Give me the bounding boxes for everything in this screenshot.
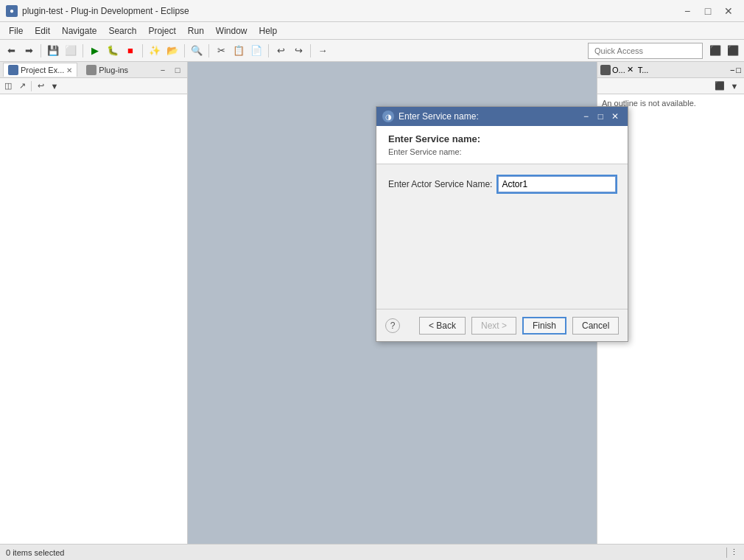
outline-icon (600, 65, 611, 75)
toolbar-sep-7 (310, 44, 311, 57)
dialog-body: Enter Actor Service Name: (376, 164, 628, 309)
app-icon: ● (6, 5, 18, 17)
back-panel-btn[interactable]: ↩ (34, 80, 47, 93)
menu-run[interactable]: Run (182, 24, 210, 38)
view-menu-btn[interactable]: ▼ (48, 80, 61, 93)
menu-project[interactable]: Project (142, 24, 181, 38)
center-area: ◑ Enter Service name: − □ ✕ Enter Servic… (188, 62, 597, 544)
outline-maximize-btn[interactable]: □ (736, 66, 741, 74)
left-panel-minimize-btn[interactable]: − (156, 63, 169, 77)
dialog-field-label: Enter Actor Service Name: (388, 179, 492, 189)
toolbar-sep-6 (268, 44, 269, 57)
dialog-close-btn[interactable]: ✕ (608, 110, 622, 123)
toolbar-sep-4 (184, 44, 185, 57)
outline-minimize-btn[interactable]: − (730, 66, 734, 74)
status-sep (726, 547, 727, 558)
left-panel-header: Project Ex... ✕ Plug-ins − □ (0, 62, 187, 78)
menu-window[interactable]: Window (210, 24, 253, 38)
left-panel: Project Ex... ✕ Plug-ins − □ ◫ ↗ ↩ ▼ (0, 62, 188, 544)
minimize-button[interactable]: − (678, 3, 697, 19)
plugins-icon (86, 65, 96, 75)
finish-button[interactable]: Finish (522, 317, 566, 335)
outline-toolbar-btn[interactable]: ⬛ (713, 80, 726, 93)
dialog-header-subtitle: Enter Service name: (388, 147, 616, 156)
dialog-minimize-btn[interactable]: − (579, 110, 592, 123)
toolbar-next-btn[interactable]: → (315, 43, 331, 59)
tab-project-explorer[interactable]: Project Ex... ✕ (3, 63, 77, 77)
status-indicator: ⋮ (730, 547, 738, 557)
dialog: ◑ Enter Service name: − □ ✕ Enter Servic… (376, 106, 628, 342)
menu-help[interactable]: Help (253, 24, 284, 38)
main-layout: Project Ex... ✕ Plug-ins − □ ◫ ↗ ↩ ▼ (0, 62, 744, 544)
dialog-title: Enter Service name: (399, 111, 575, 122)
tab-plugins[interactable]: Plug-ins (82, 63, 133, 77)
toolbar-search-btn[interactable]: 🔍 (189, 43, 205, 59)
toolbar-sep-2 (83, 44, 83, 57)
toolbar-print-btn[interactable]: ⬜ (63, 43, 79, 59)
toolbar-forward-btn[interactable]: ➡ (21, 43, 37, 59)
dialog-icon: ◑ (382, 111, 394, 122)
toolbar-sep-1 (41, 44, 41, 57)
dialog-field: Enter Actor Service Name: (388, 176, 616, 192)
toolbar-perspective-btn[interactable]: ⬛ (707, 43, 723, 59)
menu-navigate[interactable]: Navigate (56, 24, 102, 38)
toolbar-perspective2-btn[interactable]: ⬛ (725, 43, 741, 59)
back-button[interactable]: < Back (419, 317, 466, 335)
dialog-title-bar: ◑ Enter Service name: − □ ✕ (376, 107, 628, 126)
title-bar: ● plugin-test - Plug-in Development - Ec… (0, 0, 744, 22)
toolbar-new-btn[interactable]: ✨ (147, 43, 163, 59)
menu-search[interactable]: Search (102, 24, 142, 38)
toolbar-sep-5 (208, 44, 209, 57)
status-bar: 0 items selected ⋮ (0, 544, 744, 560)
project-explorer-close[interactable]: ✕ (66, 66, 72, 74)
outline-tab-label[interactable]: O... (612, 66, 625, 74)
window-controls: − □ ✕ (678, 3, 738, 19)
toolbar-sep (31, 81, 32, 91)
main-toolbar: ⬅ ➡ 💾 ⬜ ▶ 🐛 ■ ✨ 📂 🔍 ✂ 📋 📄 ↩ ↪ → ⬛ ⬛ (0, 40, 744, 62)
help-button[interactable]: ? (385, 318, 400, 333)
menu-bar: File Edit Navigate Search Project Run Wi… (0, 22, 744, 40)
toolbar-save-btn[interactable]: 💾 (45, 43, 61, 59)
left-panel-toolbar: ◫ ↗ ↩ ▼ (0, 78, 187, 94)
dialog-footer: ? < Back Next > Finish Cancel (376, 309, 628, 341)
toolbar-debug-btn[interactable]: 🐛 (105, 43, 121, 59)
toolbar-cut-btn[interactable]: ✂ (213, 43, 229, 59)
dialog-controls: − □ ✕ (579, 110, 622, 123)
left-panel-content (0, 94, 187, 544)
dialog-overlay: ◑ Enter Service name: − □ ✕ Enter Servic… (188, 62, 597, 544)
menu-file[interactable]: File (3, 24, 29, 38)
dialog-header: Enter Service name: Enter Service name: (376, 126, 628, 164)
left-panel-maximize-btn[interactable]: □ (171, 63, 184, 77)
link-with-editor-btn[interactable]: ↗ (15, 80, 29, 93)
close-button[interactable]: ✕ (719, 3, 738, 19)
toolbar-paste-btn[interactable]: 📄 (248, 43, 264, 59)
project-explorer-icon (8, 65, 18, 75)
menu-edit[interactable]: Edit (29, 24, 56, 38)
toolbar-undo-btn[interactable]: ↩ (273, 43, 289, 59)
maximize-button[interactable]: □ (698, 3, 717, 19)
toolbar-open-btn[interactable]: 📂 (164, 43, 180, 59)
dialog-maximize-btn[interactable]: □ (594, 110, 607, 123)
outline-close-btn[interactable]: ✕ (627, 65, 634, 74)
toolbar-sep-3 (142, 44, 143, 57)
toolbar-redo-btn[interactable]: ↪ (290, 43, 306, 59)
outline-menu-btn[interactable]: ▼ (728, 80, 741, 93)
dialog-header-title: Enter Service name: (388, 133, 616, 144)
window-title: plugin-test - Plug-in Development - Ecli… (22, 6, 678, 16)
outline-toolbar: ⬛ ▼ (597, 78, 744, 94)
toolbar-copy-btn[interactable]: 📋 (231, 43, 247, 59)
cancel-button[interactable]: Cancel (572, 317, 619, 335)
quick-access-input[interactable] (588, 43, 703, 59)
toolbar-run-btn[interactable]: ▶ (87, 43, 103, 59)
collapse-all-btn[interactable]: ◫ (1, 80, 15, 93)
outline-tab2-label[interactable]: T... (638, 66, 649, 74)
status-text: 0 items selected (6, 548, 64, 557)
next-button[interactable]: Next > (471, 317, 516, 335)
actor-service-name-input[interactable] (498, 176, 616, 192)
toolbar-stop-btn[interactable]: ■ (122, 43, 138, 59)
toolbar-back-btn[interactable]: ⬅ (3, 43, 19, 59)
outline-header: O... ✕ T... − □ (597, 62, 744, 78)
